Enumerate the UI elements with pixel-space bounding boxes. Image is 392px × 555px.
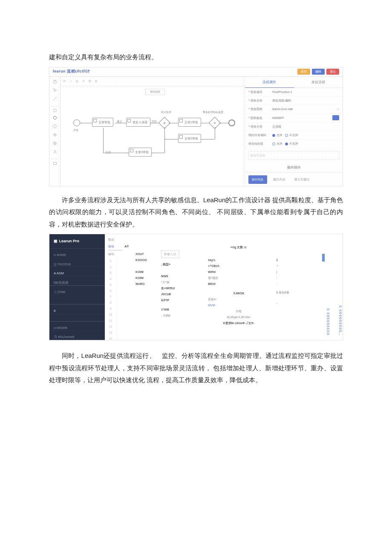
row-num: 4 [105,276,116,282]
svg-rect-4 [53,163,56,165]
start-label: 开始 [73,128,78,133]
op-api-button[interactable]: 接口方法 [270,175,288,183]
editor-exit-button[interactable]: 退出 [326,69,339,75]
cell: 欧JRqM KJR·rftm [208,314,269,320]
cell: 生=WtfSU [161,285,201,291]
tool-export-icon[interactable]: ↗ [82,78,85,84]
task-node-1[interactable]: 主管审批 [92,118,113,127]
edge [169,123,178,123]
row-num: 7 [105,294,116,300]
prop-sync-radio[interactable]: 允许 不允许 [272,132,339,138]
prop-cat-select[interactable]: 主流程 [272,124,339,129]
row-num: 14 [105,336,116,340]
col3-header: »rtg 欠势 ☆ [208,244,269,250]
sidebar-item[interactable]: 力 M¼1wow8 [49,331,105,340]
seq-header: 编号 [108,251,129,257]
parallel-gateway-icon[interactable] [51,131,59,138]
cell: · 式倘8 [161,313,201,319]
editor-edit-button[interactable]: 编辑 [312,69,325,75]
tab-start-flow[interactable]: 发起流程 [294,77,343,88]
cell: MKhf [208,281,269,287]
tool-add-icon[interactable]: ⊕ [95,78,98,84]
row-num: 13 [105,330,116,336]
end-event-icon[interactable] [51,114,59,121]
vertical-numbers: 6 686666666 6 666666666,, [326,251,343,336]
paragraph-3: 同时，LeaRun还提供流程运行、 监控、分析等流程全生命周期管理。通过流程监控… [49,350,343,386]
edge [215,127,215,139]
op-3rd-button[interactable]: 第三方接口 [291,175,313,183]
end-node[interactable] [228,119,235,126]
sidebar-item[interactable]: 8 [49,304,105,314]
edge [80,123,92,123]
prop-color-input[interactable]: #6088FF [272,115,331,121]
edge [103,128,104,153]
cell: KOtM [135,275,154,281]
cell: ) [276,269,299,275]
prop-icon-input[interactable]: learun-icon-star [272,106,337,112]
cursor-icon[interactable] [51,87,59,94]
edge-label: 通过 [117,119,122,124]
edge [164,127,165,153]
row-num: 8 [105,300,116,306]
prop-name-input[interactable]: 发起流程-编辑 [272,98,339,103]
sidebar-item[interactable]: Q TKIO516 [49,258,105,267]
cell-link[interactable]: MVW [208,302,269,308]
connector-icon[interactable] [51,96,59,102]
hand-icon[interactable] [51,78,59,85]
svg-point-2 [54,142,55,144]
inclusive-gateway-icon[interactable] [51,140,59,147]
sidebar-item[interactable]: α MSWB [49,321,105,331]
task-node-2[interactable]: 发起人填报 [126,118,150,127]
sidebar-item[interactable] [49,314,105,321]
color-swatch[interactable] [332,115,339,120]
edge [103,153,129,153]
tab-flow-attrs[interactable]: 流程属性 [245,77,294,88]
sidebar-item[interactable]: ☆彡ME [49,285,105,295]
edge-label: 同意 [152,119,157,124]
cell: KOtM [135,269,154,275]
sidebar-item[interactable]: A ASM [49,267,105,276]
cell: 意板m [208,296,269,302]
cell [135,263,154,269]
task-node-4[interactable]: 主管2审批 [178,134,201,143]
prop-mobile-radio[interactable]: 允许 不允许 [272,141,339,146]
prop-code-input[interactable]: FlowProcess-1 [272,89,339,95]
task-node-3[interactable]: 主管1审批 [178,118,201,127]
row-num: 1 [105,258,116,264]
chip[interactable]: 检修人员 [161,250,179,258]
tool-star-icon[interactable]: ☆ [69,78,72,84]
gateway-icon[interactable] [51,123,59,130]
sidebar-item[interactable]: α 4HWlt [49,249,105,258]
task-node-5[interactable]: 主管3审批 [129,148,152,157]
tool-undo-icon[interactable]: ⟳ [63,78,66,84]
start-node[interactable] [73,119,80,126]
tool-copy-icon[interactable]: ⧉ [76,78,78,84]
cell: Wtfht [208,269,269,275]
sidebar-item[interactable]: BB在由发 [49,276,105,286]
cell: JtrCsB [161,291,201,297]
canvas-top-label: 复制流程 [145,89,165,95]
editor-save-button[interactable]: 保存 [297,69,310,75]
properties-panel: 流程属性 发起流程 *模板编号FlowProcess-1 *模板名称发起流程-编… [245,77,343,186]
paragraph-2: 许多业务流程涉及无法与所有人共享的敏感信息。LeaRun的工作流设计器 提供高颗… [49,194,343,231]
tool-settings-icon[interactable]: ⚙ [88,78,91,84]
user-icon[interactable] [51,148,59,155]
prop-memo-textarea[interactable]: 请填写说明 [248,151,339,160]
edge [152,153,164,153]
start-event-icon[interactable] [51,106,59,113]
cell: , 线型+ [161,262,201,267]
flow-canvas[interactable]: 复制流程 开始 主管审批 通过 发起人填报 同意 [61,86,245,186]
subprocess-icon[interactable] [51,159,59,166]
cell: &S*tF [161,297,201,303]
row-num: 3 [105,270,116,276]
perm-link[interactable]: 脉络 [108,244,123,250]
edge [115,123,126,123]
cell: 1 [276,257,299,263]
edge [164,139,178,139]
perm-a-label: A® [124,245,129,248]
sidebar-item[interactable] [49,295,105,304]
edge [219,123,228,123]
svg-point-3 [54,150,55,151]
op-run-sql-button[interactable]: 执行SQL [248,175,267,183]
row-num: 6 [105,288,116,294]
